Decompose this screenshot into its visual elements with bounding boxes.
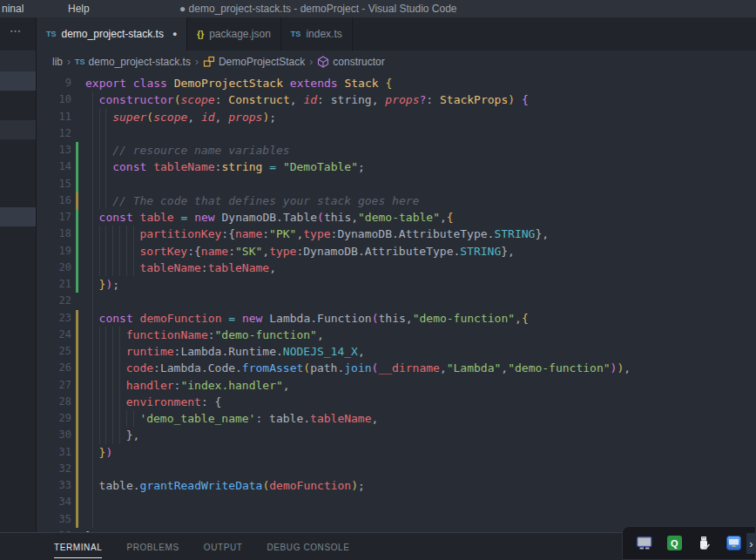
gutter-modified-bar [76, 360, 78, 376]
code-text: code:Lambda.Code.fromAsset(path.join(__d… [126, 360, 631, 376]
code-line: 9export class DemoProjectStack extends S… [37, 75, 756, 91]
breadcrumb-label: DemoProjectStack [219, 56, 305, 68]
indent-guide [133, 226, 134, 242]
panel-tab-problems[interactable]: PROBLEMS [126, 536, 179, 557]
code-line: 13// resource name variables [37, 142, 756, 159]
line-number: 18 [37, 226, 71, 242]
code-line: 26code:Lambda.Code.fromAsset(path.join(_… [37, 360, 756, 376]
indent-guide [99, 394, 100, 410]
breadcrumb-item-file[interactable]: TS demo_project-stack.ts [75, 56, 191, 68]
tab-label: index.ts [306, 28, 341, 40]
gutter-modified-bar [76, 327, 78, 343]
sidebar-sliver-row [0, 139, 36, 207]
editor-tab-index.ts[interactable]: TSindex.ts [281, 17, 353, 51]
code-text: sortKey:{name:"SK",type:DynamoDB.Attribu… [139, 243, 515, 260]
line-number: 30 [37, 427, 71, 443]
indent-guide [92, 477, 93, 494]
gutter-modified-bar [76, 192, 78, 209]
code-line: 14const tableName:string = "DemoTable"; [37, 159, 756, 175]
line-number: 14 [37, 159, 71, 175]
editor-code-area[interactable]: 9export class DemoProjectStack extends S… [37, 73, 756, 532]
menu-help[interactable]: Help [68, 3, 90, 15]
menu-terminal-partial[interactable]: ninal [2, 3, 24, 15]
line-number: 34 [37, 494, 71, 510]
editor-actions-overflow[interactable]: ⋯ [10, 24, 22, 37]
code-line: 34 [37, 494, 756, 510]
code-text: environment: { [126, 394, 222, 410]
indent-guide [119, 327, 120, 343]
breadcrumb-item-class[interactable]: DemoProjectStack [203, 56, 305, 68]
panel-tab-debug-console[interactable]: DEBUG CONSOLE [267, 536, 349, 557]
q-app-icon[interactable]: Q [667, 536, 682, 550]
line-number: 29 [37, 410, 71, 427]
line-number: 27 [37, 377, 71, 394]
indent-guide [92, 327, 93, 343]
breadcrumb-separator: › [309, 56, 313, 68]
indent-guide [92, 360, 93, 376]
indent-guide [92, 343, 93, 360]
code-line: 32 [37, 461, 756, 477]
indent-guide [119, 226, 120, 242]
modified-dot-icon[interactable]: ● [172, 30, 177, 38]
code-line: 18partitionKey:{name:"PK",type:DynamoDB.… [37, 226, 756, 242]
indent-guide [99, 427, 100, 443]
sidebar-sliver-row [0, 120, 36, 139]
indent-guide [92, 192, 93, 209]
breadcrumb-item-lib[interactable]: lib [52, 56, 63, 68]
indent-guide [92, 260, 93, 276]
gutter-modified-bar [76, 394, 78, 410]
indent-guide [105, 176, 106, 192]
line-number: 10 [37, 91, 71, 108]
code-text: runtime:Lambda.Runtime.NODEJS_14_X, [126, 343, 365, 360]
indent-guide [112, 360, 113, 376]
gutter-modified-bar [76, 410, 78, 427]
breadcrumb-item-constructor[interactable]: constructor [317, 56, 384, 68]
code-text: const demoFunction = new Lambda.Function… [99, 310, 529, 327]
code-text: partitionKey:{name:"PK",type:DynamoDB.At… [139, 226, 549, 242]
ts-file-icon: TS [291, 30, 301, 38]
gutter-modified-bar [76, 343, 78, 360]
indent-guide [133, 243, 134, 260]
indent-guide [99, 360, 100, 376]
indent-guide [119, 260, 120, 276]
remote-desktop-icon[interactable] [726, 536, 741, 550]
code-text: functionName:"demo-function", [126, 327, 324, 343]
ts-file-icon: TS [75, 57, 85, 66]
usb-drive-check-icon[interactable] [696, 536, 712, 551]
breadcrumb-separator: › [67, 56, 71, 68]
chevron-right-icon[interactable]: › [746, 533, 756, 554]
gutter-modified-bar [76, 444, 78, 461]
gutter-added-bar [76, 159, 78, 175]
tab-label: package.json [209, 28, 271, 40]
display-monitor-icon[interactable] [637, 536, 652, 550]
indent-guide [99, 192, 100, 209]
code-line: 16// The code that defines your stack go… [37, 192, 756, 209]
indent-guide [92, 310, 93, 327]
tab-label: demo_project-stack.ts [62, 28, 164, 40]
gutter-modified-bar [76, 494, 78, 510]
indent-guide [112, 377, 113, 394]
line-number: 9 [37, 75, 71, 91]
editor-tab-package.json[interactable]: {}package.json [187, 17, 281, 51]
line-number: 28 [37, 394, 71, 410]
titlebar: ninal Help ● demo_project-stack.ts - dem… [0, 0, 756, 17]
indent-guide [92, 461, 93, 477]
line-number: 19 [37, 243, 71, 260]
indent-guide [119, 243, 120, 260]
code-text: const table = new DynamoDB.Table(this,"d… [99, 209, 454, 226]
indent-guide [133, 410, 134, 427]
code-line: 29'demo_table_name': table.tableName, [37, 410, 756, 427]
code-line: 31}) [37, 444, 756, 461]
indent-guide [105, 125, 106, 142]
indent-guide [99, 243, 100, 260]
gutter-added-bar [76, 142, 78, 159]
editor-tab-demo_project-stack.ts[interactable]: TSdemo_project-stack.ts● [37, 17, 187, 51]
line-number: 25 [37, 343, 71, 360]
sidebar-sliver-row-highlight [0, 207, 36, 226]
class-symbol-icon [203, 56, 215, 68]
gutter-modified-bar [76, 477, 78, 494]
panel-tab-terminal[interactable]: TERMINAL [54, 536, 102, 558]
indent-guide [133, 260, 134, 276]
indent-guide [105, 377, 106, 394]
panel-tab-output[interactable]: OUTPUT [204, 536, 243, 557]
